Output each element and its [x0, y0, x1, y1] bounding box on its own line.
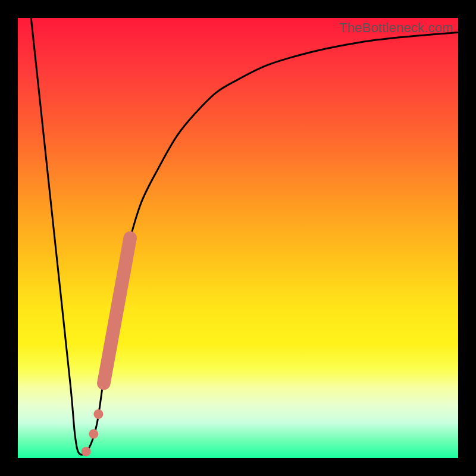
highlight-dot-2	[89, 429, 98, 439]
chart-frame: TheBottleneck.com	[0, 0, 476, 476]
highlight-bar	[104, 238, 130, 383]
curve-layer	[18, 18, 458, 458]
bottleneck-curve	[31, 18, 458, 455]
highlight-dot-1	[82, 447, 91, 456]
highlight-dot-3	[93, 409, 103, 419]
plot-area: TheBottleneck.com	[18, 18, 458, 458]
highlight-markers	[82, 238, 130, 456]
